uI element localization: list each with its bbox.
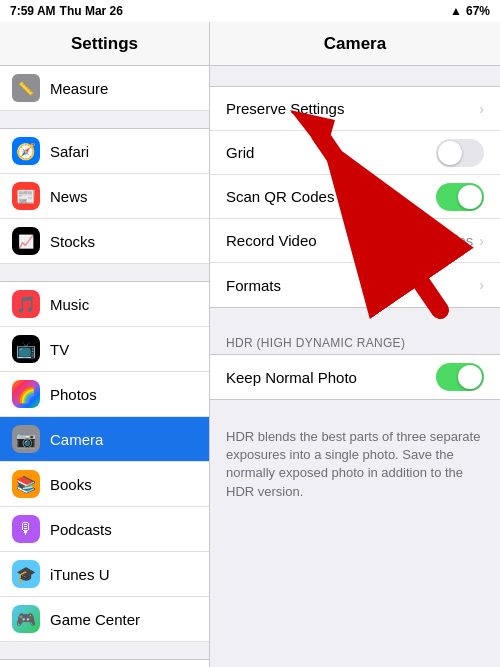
main-header: Camera bbox=[210, 22, 500, 66]
toggle-knob bbox=[438, 141, 462, 165]
sidebar-item-label: TV bbox=[50, 341, 197, 358]
itunesu-icon: 🎓 bbox=[12, 560, 40, 588]
settings-group-2: Keep Normal Photo bbox=[210, 354, 500, 400]
sidebar-title: Settings bbox=[0, 22, 209, 66]
camera-icon: 📷 bbox=[12, 425, 40, 453]
sidebar-item-label: Podcasts bbox=[50, 521, 197, 538]
sidebar-item-stocks[interactable]: 📈 Stocks bbox=[0, 219, 209, 264]
sidebar-item-label: Books bbox=[50, 476, 197, 493]
sidebar-item-label: Photos bbox=[50, 386, 197, 403]
sidebar-item-books[interactable]: 📚 Books bbox=[0, 462, 209, 507]
settings-row-preserve[interactable]: Preserve Settings › bbox=[210, 87, 500, 131]
sidebar-section-system: 📏 Measure 🧭 Safari 📰 News 📈 Stocks bbox=[0, 66, 209, 667]
scan-qr-toggle[interactable] bbox=[436, 183, 484, 211]
sidebar-item-camera[interactable]: 📷 Camera bbox=[0, 417, 209, 462]
status-bar: 7:59 AM Thu Mar 26 ▲ 67% bbox=[0, 0, 500, 22]
sidebar: Settings 📏 Measure 🧭 Safari 📰 News bbox=[0, 22, 210, 667]
grid-label: Grid bbox=[226, 144, 436, 161]
record-video-value: 1080p at 30 fps bbox=[370, 232, 473, 249]
settings-row-scan-qr[interactable]: Scan QR Codes bbox=[210, 175, 500, 219]
keep-normal-toggle[interactable] bbox=[436, 363, 484, 391]
chevron-icon: › bbox=[479, 277, 484, 293]
settings-group-1: Preserve Settings › Grid Scan QR Codes bbox=[210, 86, 500, 308]
sidebar-item-label: Music bbox=[50, 296, 197, 313]
time: 7:59 AM bbox=[10, 4, 56, 18]
books-icon: 📚 bbox=[12, 470, 40, 498]
toggle-knob bbox=[458, 365, 482, 389]
sidebar-item-label: Game Center bbox=[50, 611, 197, 628]
wifi-icon: ▲ bbox=[450, 4, 462, 18]
sidebar-item-label: Measure bbox=[50, 80, 197, 97]
sidebar-item-safari[interactable]: 🧭 Safari bbox=[0, 129, 209, 174]
settings-row-formats[interactable]: Formats › bbox=[210, 263, 500, 307]
stocks-icon: 📈 bbox=[12, 227, 40, 255]
app-container: Settings 📏 Measure 🧭 Safari 📰 News bbox=[0, 22, 500, 667]
sidebar-item-news[interactable]: 📰 News bbox=[0, 174, 209, 219]
sidebar-item-label: Camera bbox=[50, 431, 197, 448]
chevron-icon: › bbox=[479, 233, 484, 249]
tv-icon: 📺 bbox=[12, 335, 40, 363]
sidebar-item-label: Safari bbox=[50, 143, 197, 160]
settings-row-record-video[interactable]: Record Video 1080p at 30 fps › bbox=[210, 219, 500, 263]
news-icon: 📰 bbox=[12, 182, 40, 210]
status-bar-left: 7:59 AM Thu Mar 26 bbox=[10, 4, 123, 18]
sidebar-item-podcasts[interactable]: 🎙 Podcasts bbox=[0, 507, 209, 552]
keep-normal-label: Keep Normal Photo bbox=[226, 369, 436, 386]
grid-toggle[interactable] bbox=[436, 139, 484, 167]
scan-qr-label: Scan QR Codes bbox=[226, 188, 436, 205]
sidebar-item-itunesu[interactable]: 🎓 iTunes U bbox=[0, 552, 209, 597]
settings-row-keep-normal[interactable]: Keep Normal Photo bbox=[210, 355, 500, 399]
status-bar-right: ▲ 67% bbox=[450, 4, 490, 18]
music-icon: 🎵 bbox=[12, 290, 40, 318]
date: Thu Mar 26 bbox=[60, 4, 123, 18]
sidebar-separator-3 bbox=[0, 642, 209, 660]
sidebar-item-measure[interactable]: 📏 Measure bbox=[0, 66, 209, 111]
gamecenter-icon: 🎮 bbox=[12, 605, 40, 633]
sidebar-item-label: iTunes U bbox=[50, 566, 197, 583]
record-video-label: Record Video bbox=[226, 232, 370, 249]
main-content: Camera Preserve Settings › Grid Scan QR … bbox=[210, 22, 500, 667]
measure-icon: 📏 bbox=[12, 74, 40, 102]
chevron-icon: › bbox=[479, 101, 484, 117]
sidebar-separator-2 bbox=[0, 264, 209, 282]
hdr-description: HDR blends the best parts of three separ… bbox=[210, 420, 500, 513]
sidebar-item-music[interactable]: 🎵 Music bbox=[0, 282, 209, 327]
sidebar-item-label: Stocks bbox=[50, 233, 197, 250]
settings-row-grid[interactable]: Grid bbox=[210, 131, 500, 175]
sidebar-list: 📏 Measure 🧭 Safari 📰 News 📈 Stocks bbox=[0, 66, 209, 667]
battery-icon: 67% bbox=[466, 4, 490, 18]
sidebar-item-photos[interactable]: 🌈 Photos bbox=[0, 372, 209, 417]
podcasts-icon: 🎙 bbox=[12, 515, 40, 543]
sidebar-item-tvprovider[interactable]: S TV Provider RCN bbox=[0, 660, 209, 667]
safari-icon: 🧭 bbox=[12, 137, 40, 165]
photos-icon: 🌈 bbox=[12, 380, 40, 408]
sidebar-separator-1 bbox=[0, 111, 209, 129]
toggle-knob bbox=[458, 185, 482, 209]
preserve-settings-label: Preserve Settings bbox=[226, 100, 479, 117]
sidebar-item-tv[interactable]: 📺 TV bbox=[0, 327, 209, 372]
hdr-section-header: HDR (HIGH DYNAMIC RANGE) bbox=[210, 328, 500, 354]
sidebar-item-label: News bbox=[50, 188, 197, 205]
settings-content: Preserve Settings › Grid Scan QR Codes bbox=[210, 66, 500, 667]
sidebar-item-gamecenter[interactable]: 🎮 Game Center bbox=[0, 597, 209, 642]
formats-label: Formats bbox=[226, 277, 479, 294]
